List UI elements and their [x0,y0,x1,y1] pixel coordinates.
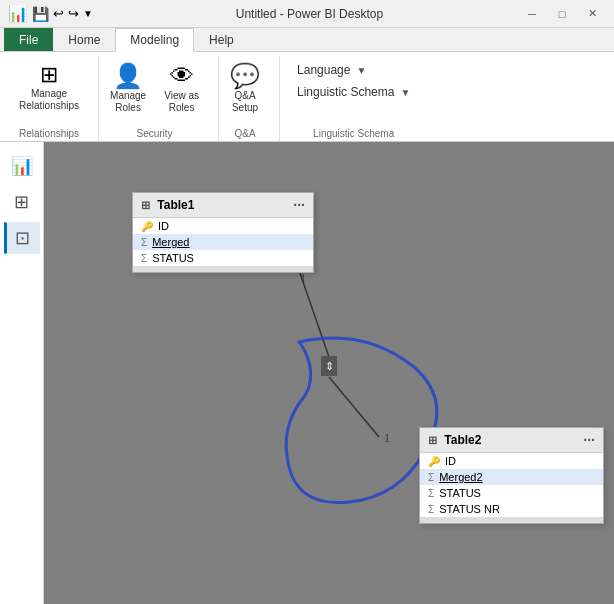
table2-row-status[interactable]: Σ STATUS [420,485,603,501]
view-as-roles-button[interactable]: 👁 View as Roles [157,60,206,118]
ribbon-items-relationships: ⊞ Manage Relationships [12,56,86,128]
sidebar-icon-report[interactable]: 📊 [4,150,40,182]
report-view-icon: 📊 [11,155,33,177]
table1-row-id[interactable]: 🔑 ID [133,218,313,234]
manage-relationships-icon: ⊞ [40,64,58,86]
window-controls[interactable]: ─ □ ✕ [518,4,606,24]
title-bar: 📊 💾 ↩ ↪ ▼ Untitled - Power BI Desktop ─ … [0,0,614,28]
table2-merged2-icon: Σ [428,472,434,483]
table2-id-icon: 🔑 [428,456,440,467]
table2-merged2-label: Merged2 [439,471,482,483]
dropdown-arrow-icon[interactable]: ▼ [83,8,93,19]
minimize-button[interactable]: ─ [518,4,546,24]
left-sidebar: 📊 ⊞ ⊡ [0,142,44,604]
table2-row-merged2[interactable]: Σ Merged2 [420,469,603,485]
table2-status-nr-icon: Σ [428,504,434,515]
language-label: Language [297,63,350,77]
undo-icon[interactable]: ↩ [53,6,64,21]
qa-setup-button[interactable]: 💬 Q&A Setup [223,60,267,118]
linguistic-schema-dropdown[interactable]: Linguistic Schema ▼ [292,82,415,102]
tab-file[interactable]: File [4,28,53,51]
qa-setup-label: Q&A Setup [232,90,258,114]
ribbon-group-label-security: Security [103,128,206,141]
ribbon-tabs: File Home Modeling Help [0,28,614,52]
ribbon-items-security: 👤 Manage Roles 👁 View as Roles [103,56,206,128]
table2-resize-handle[interactable] [420,517,603,523]
data-view-icon: ⊞ [14,191,29,213]
manage-relationships-button[interactable]: ⊞ Manage Relationships [12,60,86,116]
maximize-button[interactable]: □ [548,4,576,24]
save-icon[interactable]: 💾 [32,6,49,22]
table1-row-status[interactable]: Σ STATUS [133,250,313,266]
table2-card[interactable]: ⊞ Table2 ··· 🔑 ID Σ Merged2 Σ STATUS Σ S… [419,427,604,524]
close-button[interactable]: ✕ [578,4,606,24]
app-icon: 📊 [8,4,28,23]
tab-help[interactable]: Help [194,28,249,51]
table2-status-icon: Σ [428,488,434,499]
ribbon-group-label-relationships: Relationships [12,128,86,141]
table1-merged-icon: Σ [141,237,147,248]
tab-modeling[interactable]: Modeling [115,28,194,52]
table1-more-icon[interactable]: ··· [293,197,305,213]
table2-row-status-nr[interactable]: Σ STATUS NR [420,501,603,517]
table1-row-merged[interactable]: Σ Merged [133,234,313,250]
table1-name: Table1 [157,198,194,212]
table2-status-label: STATUS [439,487,481,499]
table1-id-label: ID [158,220,169,232]
window-title: Untitled - Power BI Desktop [101,7,518,21]
table1-card[interactable]: ⊞ Table1 ··· 🔑 ID Σ Merged Σ STATUS [132,192,314,273]
svg-text:1: 1 [300,271,306,285]
relationships-view-icon: ⊡ [15,227,30,249]
svg-text:1: 1 [384,431,390,445]
table1-icon: ⊞ [141,199,150,211]
ribbon-group-relationships: ⊞ Manage Relationships Relationships [8,56,99,141]
table2-more-icon[interactable]: ··· [583,432,595,448]
language-group: Language ▼ Linguistic Schema ▼ [292,56,415,102]
table1-status-icon: Σ [141,253,147,264]
relationship-arrow-badge: ⇕ [321,356,337,376]
canvas[interactable]: 1 1 ⇕ ⊞ Table1 ··· 🔑 ID [44,142,614,604]
linguistic-schema-label: Linguistic Schema [297,85,394,99]
table1-id-icon: 🔑 [141,221,153,232]
title-bar-icons: 📊 💾 ↩ ↪ ▼ [8,4,93,23]
linguistic-schema-arrow-icon: ▼ [400,87,410,98]
table2-status-nr-label: STATUS NR [439,503,500,515]
sidebar-icon-relationships[interactable]: ⊡ [4,222,40,254]
main-layout: 📊 ⊞ ⊡ 1 1 ⇕ [0,142,614,604]
view-as-roles-icon: 👁 [170,64,194,88]
table2-name: Table2 [444,433,481,447]
table1-status-label: STATUS [152,252,194,264]
manage-roles-icon: 👤 [113,64,143,88]
ribbon-group-label-qa: Q&A [223,128,267,141]
ribbon: ⊞ Manage Relationships Relationships 👤 M… [0,52,614,142]
language-arrow-icon: ▼ [356,65,366,76]
manage-roles-label: Manage Roles [110,90,146,114]
ribbon-group-qa: 💬 Q&A Setup Q&A [219,56,280,141]
table1-resize-handle[interactable] [133,266,313,272]
manage-roles-button[interactable]: 👤 Manage Roles [103,60,153,118]
qa-setup-icon: 💬 [230,64,260,88]
ribbon-items-qa: 💬 Q&A Setup [223,56,267,128]
ribbon-group-security: 👤 Manage Roles 👁 View as Roles Security [99,56,219,141]
svg-line-1 [329,377,379,437]
table1-header[interactable]: ⊞ Table1 ··· [133,193,313,218]
language-dropdown[interactable]: Language ▼ [292,60,415,80]
view-as-roles-label: View as Roles [164,90,199,114]
manage-relationships-label: Manage Relationships [19,88,79,112]
redo-icon[interactable]: ↪ [68,6,79,21]
table2-id-label: ID [445,455,456,467]
table2-header[interactable]: ⊞ Table2 ··· [420,428,603,453]
table2-icon: ⊞ [428,434,437,446]
ribbon-group-linguistic: Language ▼ Linguistic Schema ▼ Linguisti… [280,56,427,141]
table1-merged-label: Merged [152,236,189,248]
sidebar-icon-data[interactable]: ⊞ [4,186,40,218]
ribbon-group-label-linguistic: Linguistic Schema [292,128,415,141]
table2-row-id[interactable]: 🔑 ID [420,453,603,469]
tab-home[interactable]: Home [53,28,115,51]
